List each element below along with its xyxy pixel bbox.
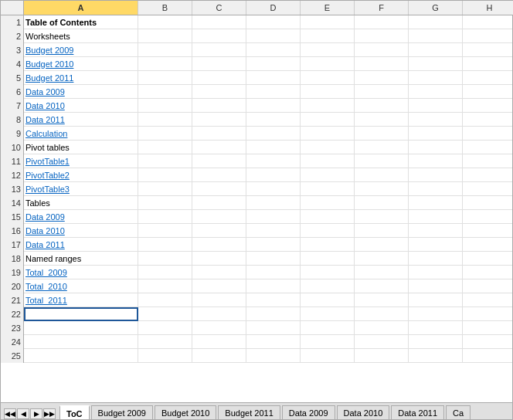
cell-f3[interactable] [355, 43, 409, 57]
cell-h24[interactable] [463, 335, 512, 349]
cell-b20[interactable] [138, 279, 192, 293]
cell-a10[interactable]: Pivot tables [24, 141, 138, 154]
cell-c25[interactable] [192, 349, 246, 363]
cell-b25[interactable] [138, 349, 192, 363]
cell-d3[interactable] [246, 43, 301, 57]
cell-g25[interactable] [409, 349, 463, 363]
cell-h25[interactable] [463, 349, 512, 363]
cell-b18[interactable] [138, 252, 192, 266]
cell-g5[interactable] [409, 71, 463, 85]
cell-e24[interactable] [301, 335, 355, 349]
cell-a24[interactable] [24, 335, 138, 349]
cell-h10[interactable] [463, 141, 512, 154]
sheet-tab-toc[interactable]: ToC [59, 405, 90, 419]
cell-a3[interactable]: Budget 2009 [24, 43, 138, 57]
cell-b9[interactable] [138, 127, 192, 141]
cell-h1[interactable] [463, 15, 512, 29]
cell-c20[interactable] [192, 279, 246, 293]
cell-f7[interactable] [355, 99, 409, 113]
cell-e2[interactable] [301, 29, 355, 43]
cell-h7[interactable] [463, 99, 512, 113]
cell-h21[interactable] [463, 293, 512, 307]
tab-last-btn[interactable]: ▶▶ [43, 408, 56, 419]
cell-h20[interactable] [463, 279, 512, 293]
cell-g21[interactable] [409, 293, 463, 307]
cell-e18[interactable] [301, 252, 355, 266]
cell-c18[interactable] [192, 252, 246, 266]
cell-f14[interactable] [355, 196, 409, 210]
cell-a14[interactable]: Tables [24, 196, 138, 210]
cell-a11[interactable]: PivotTable1 [24, 154, 138, 168]
cell-a17[interactable]: Data 2011 [24, 238, 138, 252]
cell-c5[interactable] [192, 71, 246, 85]
cell-d24[interactable] [246, 335, 301, 349]
cell-g8[interactable] [409, 113, 463, 127]
cell-e11[interactable] [301, 154, 355, 168]
cell-f12[interactable] [355, 168, 409, 182]
cell-f20[interactable] [355, 279, 409, 293]
cell-f24[interactable] [355, 335, 409, 349]
cell-b22[interactable] [138, 307, 192, 321]
cell-c7[interactable] [192, 99, 246, 113]
cell-b17[interactable] [138, 238, 192, 252]
cell-c8[interactable] [192, 113, 246, 127]
cell-link[interactable]: Total_2009 [25, 268, 67, 277]
cell-g1[interactable] [409, 15, 463, 29]
cell-g6[interactable] [409, 85, 463, 99]
cell-g2[interactable] [409, 29, 463, 43]
cell-h13[interactable] [463, 182, 512, 196]
cell-g20[interactable] [409, 279, 463, 293]
cell-g9[interactable] [409, 127, 463, 141]
cell-b19[interactable] [138, 266, 192, 279]
cell-b15[interactable] [138, 210, 192, 224]
cell-a23[interactable] [24, 321, 138, 335]
cell-c6[interactable] [192, 85, 246, 99]
cell-d11[interactable] [246, 154, 301, 168]
cell-b23[interactable] [138, 321, 192, 335]
cell-b5[interactable] [138, 71, 192, 85]
cell-c19[interactable] [192, 266, 246, 279]
cell-f13[interactable] [355, 182, 409, 196]
cell-d18[interactable] [246, 252, 301, 266]
cell-e5[interactable] [301, 71, 355, 85]
cell-d6[interactable] [246, 85, 301, 99]
cell-b2[interactable] [138, 29, 192, 43]
cell-c4[interactable] [192, 57, 246, 71]
cell-g11[interactable] [409, 154, 463, 168]
cell-d15[interactable] [246, 210, 301, 224]
cell-b6[interactable] [138, 85, 192, 99]
cell-a5[interactable]: Budget 2011 [24, 71, 138, 85]
cell-h23[interactable] [463, 321, 512, 335]
cell-g3[interactable] [409, 43, 463, 57]
cell-b14[interactable] [138, 196, 192, 210]
cell-g12[interactable] [409, 168, 463, 182]
cell-c1[interactable] [192, 15, 246, 29]
col-header-f[interactable]: F [355, 1, 409, 15]
cell-e9[interactable] [301, 127, 355, 141]
col-header-c[interactable]: C [192, 1, 246, 15]
cell-f6[interactable] [355, 85, 409, 99]
cell-a19[interactable]: Total_2009 [24, 266, 138, 279]
cell-b8[interactable] [138, 113, 192, 127]
cell-d9[interactable] [246, 127, 301, 141]
cell-link[interactable]: PivotTable3 [25, 185, 70, 194]
cell-g14[interactable] [409, 196, 463, 210]
cell-f18[interactable] [355, 252, 409, 266]
cell-d23[interactable] [246, 321, 301, 335]
tab-next-btn[interactable]: ▶ [30, 408, 42, 419]
cell-d2[interactable] [246, 29, 301, 43]
cell-h16[interactable] [463, 224, 512, 238]
cell-e25[interactable] [301, 349, 355, 363]
cell-e16[interactable] [301, 224, 355, 238]
cell-e20[interactable] [301, 279, 355, 293]
cell-g17[interactable] [409, 238, 463, 252]
cell-c12[interactable] [192, 168, 246, 182]
cell-c22[interactable] [192, 307, 246, 321]
cell-g24[interactable] [409, 335, 463, 349]
cell-e23[interactable] [301, 321, 355, 335]
cell-link[interactable]: Total_2010 [25, 282, 67, 291]
cell-f17[interactable] [355, 238, 409, 252]
cell-d1[interactable] [246, 15, 301, 29]
cell-link[interactable]: PivotTable2 [25, 171, 70, 180]
cell-d14[interactable] [246, 196, 301, 210]
